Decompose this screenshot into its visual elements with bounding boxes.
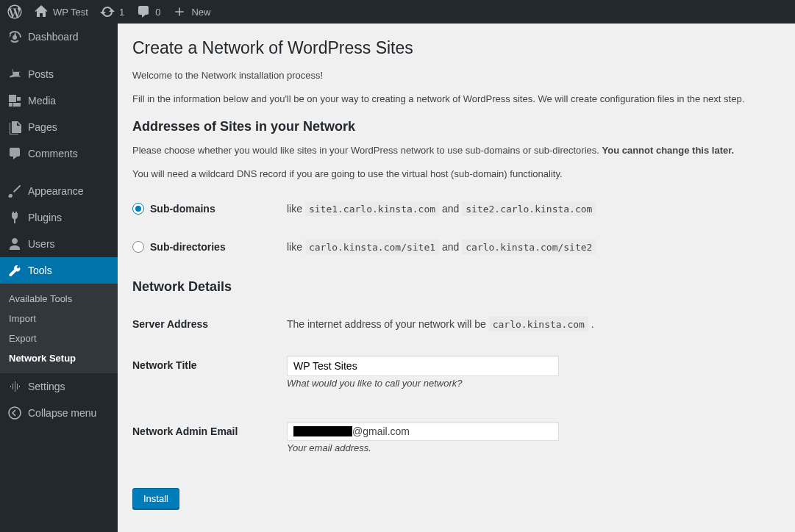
subdirectories-radio[interactable] — [132, 241, 144, 253]
menu-label: Tools — [28, 265, 52, 276]
comments-count: 0 — [155, 7, 160, 18]
updates-link[interactable]: 1 — [94, 0, 130, 24]
svg-point-0 — [9, 407, 21, 419]
update-icon — [100, 4, 115, 19]
menu-label: Plugins — [28, 212, 62, 223]
menu-label: Appearance — [28, 185, 84, 197]
sidebar-item-tools[interactable]: Tools — [0, 257, 118, 284]
pin-icon — [7, 67, 22, 82]
submenu-available-tools[interactable]: Available Tools — [0, 289, 118, 309]
tools-submenu: Available Tools Import Export Network Se… — [0, 284, 118, 373]
network-details-heading: Network Details — [132, 279, 780, 295]
menu-label: Settings — [28, 381, 65, 392]
server-address-value: The internet address of your network wil… — [279, 303, 780, 345]
subdirectories-option[interactable]: Sub-directories — [132, 241, 272, 253]
menu-label: Posts — [28, 68, 54, 80]
details-table: Server Address The internet address of y… — [132, 303, 780, 475]
subdomains-label: Sub-domains — [150, 203, 215, 215]
intro-text: Fill in the information below and you'll… — [132, 92, 780, 107]
wp-logo[interactable] — [1, 0, 28, 24]
subdomains-option[interactable]: Sub-domains — [132, 203, 272, 215]
menu-label: Users — [28, 238, 55, 250]
plus-icon — [172, 4, 187, 19]
page-icon — [7, 120, 22, 134]
admin-email-input[interactable]: @gmail.com — [287, 422, 559, 441]
server-address-label: Server Address — [132, 303, 279, 345]
menu-label: Dashboard — [28, 31, 79, 43]
welcome-text: Welcome to the Network installation proc… — [132, 68, 780, 83]
submenu-export[interactable]: Export — [0, 328, 118, 348]
addresses-desc-1: Please choose whether you would like sit… — [132, 143, 780, 158]
sidebar-item-posts[interactable]: Posts — [0, 61, 118, 87]
tools-icon — [7, 263, 22, 278]
sidebar-item-comments[interactable]: Comments — [0, 140, 118, 167]
brush-icon — [7, 184, 22, 198]
collapse-icon — [7, 406, 22, 420]
comments-link[interactable]: 0 — [130, 0, 166, 24]
sidebar-item-dashboard[interactable]: Dashboard — [0, 24, 118, 50]
sidebar-item-appearance[interactable]: Appearance — [0, 178, 118, 204]
submenu-import[interactable]: Import — [0, 309, 118, 328]
sidebar-item-pages[interactable]: Pages — [0, 114, 118, 140]
subdomains-radio[interactable] — [132, 203, 144, 215]
menu-label: Media — [28, 95, 56, 107]
email-suffix: @gmail.com — [352, 425, 410, 437]
sidebar-collapse[interactable]: Collapse menu — [0, 400, 118, 426]
site-name-link[interactable]: WP Test — [28, 0, 94, 24]
sidebar-item-settings[interactable]: Settings — [0, 373, 118, 400]
media-icon — [7, 93, 22, 108]
subdomains-example: like site1.carlo.kinsta.com and site2.ca… — [279, 190, 780, 228]
comments-icon — [7, 146, 22, 161]
subdirectories-example: like carlo.kinsta.com/site1 and carlo.ki… — [279, 228, 780, 266]
main-content: Create a Network of WordPress Sites Welc… — [118, 24, 795, 532]
addresses-table: Sub-domains like site1.carlo.kinsta.com … — [132, 190, 780, 266]
menu-label: Pages — [28, 121, 57, 133]
addresses-desc-2: You will need a wildcard DNS record if y… — [132, 167, 780, 181]
network-title-label: Network Title — [132, 345, 279, 411]
admin-email-label: Network Admin Email — [132, 411, 279, 475]
submenu-network-setup[interactable]: Network Setup — [0, 348, 118, 368]
home-icon — [34, 4, 49, 19]
settings-icon — [7, 379, 22, 394]
sidebar-item-users[interactable]: Users — [0, 231, 118, 257]
dashboard-icon — [7, 29, 22, 44]
site-name-text: WP Test — [53, 7, 88, 18]
admin-sidebar: Dashboard Posts Media Pages Commen — [0, 24, 118, 532]
new-content-link[interactable]: New — [166, 0, 216, 24]
admin-toolbar: WP Test 1 0 New — [0, 0, 795, 24]
plugin-icon — [7, 210, 22, 225]
menu-label: Collapse menu — [28, 407, 96, 419]
sidebar-item-media[interactable]: Media — [0, 87, 118, 114]
updates-count: 1 — [119, 7, 124, 18]
subdirectories-label: Sub-directories — [150, 241, 226, 253]
wordpress-icon — [7, 4, 22, 19]
user-icon — [7, 237, 22, 251]
admin-email-desc: Your email address. — [287, 441, 773, 456]
new-label: New — [191, 7, 210, 18]
network-title-desc: What would you like to call your network… — [287, 376, 773, 391]
redacted-text — [293, 426, 352, 436]
menu-label: Comments — [28, 148, 78, 159]
comments-icon — [136, 4, 151, 19]
install-button[interactable]: Install — [132, 488, 179, 509]
sidebar-item-plugins[interactable]: Plugins — [0, 204, 118, 231]
addresses-heading: Addresses of Sites in your Network — [132, 119, 780, 134]
network-title-input[interactable] — [287, 356, 559, 376]
page-title: Create a Network of WordPress Sites — [132, 38, 780, 58]
